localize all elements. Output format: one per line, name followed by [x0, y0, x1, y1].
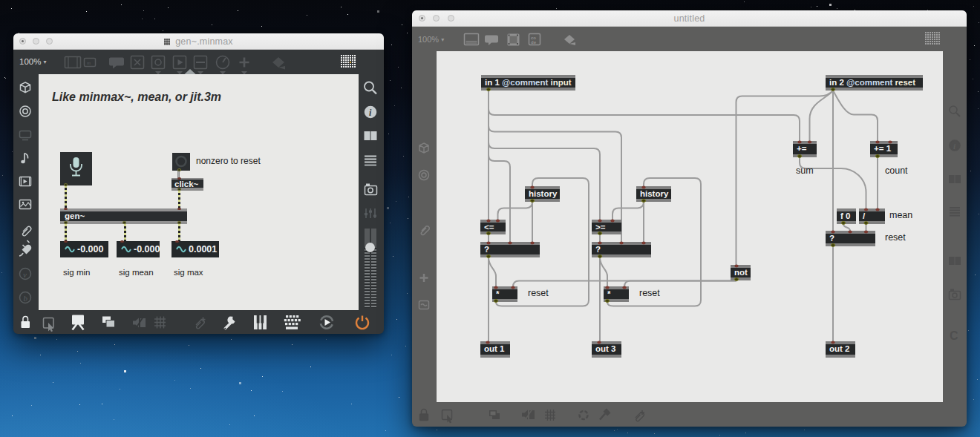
svg-text:de: de: [531, 40, 537, 45]
svg-text:v: v: [23, 270, 27, 279]
svg-text:b: b: [24, 294, 28, 303]
svg-text:C: C: [950, 329, 958, 342]
svg-text:m: m: [87, 60, 91, 66]
svg-text:co: co: [531, 36, 536, 40]
